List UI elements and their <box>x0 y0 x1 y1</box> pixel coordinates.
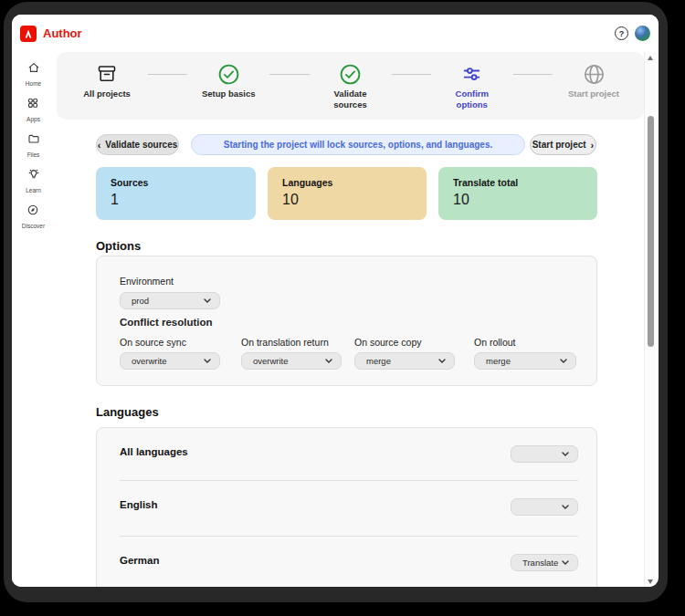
on-source-sync-label: On source sync <box>120 337 186 348</box>
step-confirm-options[interactable]: Confirm options <box>444 62 501 111</box>
step-label: Validate sources <box>322 89 379 111</box>
all-languages-label: All languages <box>120 446 188 457</box>
scroll-down-arrow-icon[interactable] <box>648 579 653 584</box>
banner-text: Starting the project will lock sources, … <box>224 140 493 150</box>
sidebar-item-label: Apps <box>26 116 40 122</box>
check-circle-icon <box>339 62 362 86</box>
step-label: Setup basics <box>202 89 256 99</box>
adobe-logo-icon[interactable] <box>20 26 37 42</box>
step-connector <box>513 74 553 75</box>
step-connector <box>269 74 309 75</box>
options-heading: Options <box>96 239 141 253</box>
chevron-down-icon <box>438 359 446 363</box>
step-label: Start project <box>568 89 619 99</box>
on-source-sync-value: overwrite <box>132 356 204 366</box>
scrollbar[interactable] <box>644 52 656 587</box>
languages-heading: Languages <box>96 405 159 419</box>
help-icon[interactable]: ? <box>615 26 628 40</box>
row-divider <box>120 536 578 537</box>
on-source-sync-dropdown[interactable]: overwrite <box>120 352 220 370</box>
chevron-down-icon <box>560 359 567 363</box>
archive-box-icon <box>96 62 118 86</box>
on-rollout-dropdown[interactable]: merge <box>474 352 576 370</box>
wizard-stepper: All projects Setup basics Validate sourc… <box>57 52 644 120</box>
sliders-icon <box>460 62 483 86</box>
lock-warning-banner: Starting the project will lock sources, … <box>191 134 525 155</box>
sidebar-item-label: Learn <box>26 187 41 193</box>
home-icon <box>27 61 40 78</box>
on-source-copy-label: On source copy <box>354 337 422 348</box>
app-window: Author ? Home Apps Files <box>12 15 659 587</box>
next-button-label: Start project <box>532 140 586 150</box>
sources-summary-card: Sources 1 <box>96 167 256 220</box>
chevron-down-icon <box>562 560 569 565</box>
learn-icon <box>27 168 40 184</box>
chevron-left-icon: ‹ <box>98 140 101 151</box>
english-label: English <box>120 499 158 510</box>
top-bar: Author ? <box>12 15 659 52</box>
conflict-resolution-heading: Conflict resolution <box>120 317 213 328</box>
german-dropdown[interactable]: Translate <box>511 554 578 571</box>
window-frame: Author ? Home Apps Files <box>4 2 668 602</box>
translate-total-summary-card: Translate total 10 <box>438 167 597 220</box>
sidebar-item-label: Files <box>27 151 40 158</box>
environment-label: Environment <box>120 276 174 287</box>
chevron-right-icon: › <box>591 140 595 151</box>
on-rollout-label: On rollout <box>474 337 516 348</box>
environment-dropdown[interactable]: prod <box>120 292 220 309</box>
sidebar-item-label: Discover <box>22 223 45 229</box>
card-value: 1 <box>111 192 241 208</box>
card-label: Sources <box>111 177 241 188</box>
step-start-project[interactable]: Start project <box>565 62 622 99</box>
languages-panel: All languages English German Translate <box>96 427 597 587</box>
options-panel: Environment prod Conflict resolution On … <box>96 256 597 386</box>
english-dropdown[interactable] <box>511 498 578 516</box>
on-translation-return-dropdown[interactable]: overwrite <box>241 352 342 370</box>
chevron-down-icon <box>562 505 569 509</box>
german-value: Translate <box>522 558 562 568</box>
apps-icon <box>26 97 39 113</box>
discover-icon <box>26 204 39 220</box>
step-connector <box>148 74 187 75</box>
start-project-button[interactable]: Start project › <box>530 134 596 155</box>
card-label: Languages <box>282 177 412 188</box>
chevron-down-icon <box>325 359 332 363</box>
step-validate-sources[interactable]: Validate sources <box>322 62 379 111</box>
german-label: German <box>120 555 159 566</box>
card-value: 10 <box>453 192 583 208</box>
card-label: Translate total <box>453 177 583 188</box>
sidebar-item-discover[interactable]: Discover <box>22 204 45 229</box>
check-circle-icon <box>217 62 240 86</box>
scroll-up-arrow-icon[interactable] <box>648 56 653 60</box>
chevron-down-icon <box>204 359 211 363</box>
chevron-down-icon <box>562 452 569 456</box>
step-setup-basics[interactable]: Setup basics <box>200 62 257 99</box>
sidebar-item-learn[interactable]: Learn <box>26 168 41 193</box>
validate-sources-back-button[interactable]: ‹ Validate sources <box>96 134 179 155</box>
sidebar-item-label: Home <box>26 80 41 87</box>
avatar[interactable] <box>635 26 650 41</box>
on-translation-return-label: On translation return <box>241 337 329 348</box>
chevron-down-icon <box>204 298 211 303</box>
globe-icon <box>583 62 606 86</box>
app-title: Author <box>43 26 82 40</box>
back-button-label: Validate sources <box>105 140 177 150</box>
on-translation-return-value: overwrite <box>253 356 325 366</box>
sidebar: Home Apps Files Learn Discover <box>12 52 55 587</box>
sidebar-item-files[interactable]: Files <box>27 132 40 158</box>
scrollbar-thumb[interactable] <box>648 116 654 347</box>
on-source-copy-value: merge <box>366 356 438 366</box>
on-rollout-value: merge <box>486 356 560 366</box>
sidebar-item-home[interactable]: Home <box>26 61 41 87</box>
step-all-projects[interactable]: All projects <box>79 62 135 99</box>
all-languages-dropdown[interactable] <box>511 445 578 463</box>
languages-summary-card: Languages 10 <box>268 167 427 220</box>
card-value: 10 <box>282 192 412 208</box>
step-label: Confirm options <box>444 89 501 111</box>
on-source-copy-dropdown[interactable]: merge <box>354 352 455 370</box>
row-divider <box>120 480 578 481</box>
step-connector <box>392 74 431 75</box>
files-icon <box>27 132 40 149</box>
step-label: All projects <box>83 89 131 99</box>
sidebar-item-apps[interactable]: Apps <box>26 97 40 122</box>
